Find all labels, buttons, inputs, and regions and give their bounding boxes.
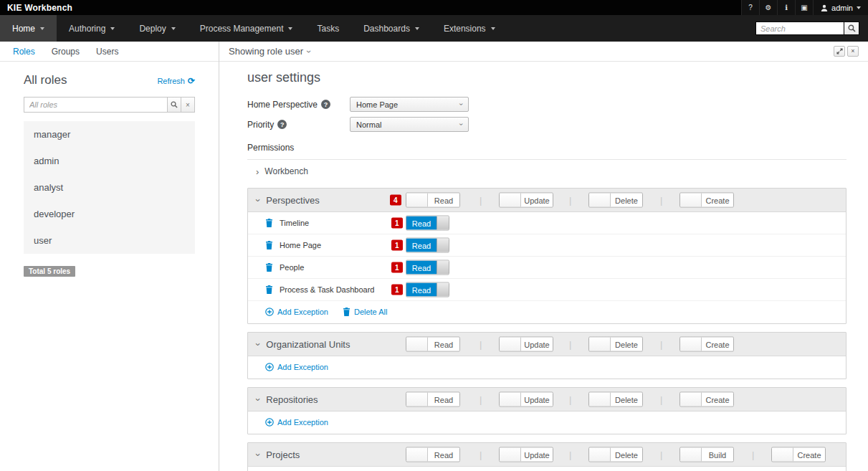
section-actions: Add ExceptionDelete All [248,301,846,323]
role-item-analyst[interactable]: analyst [24,174,195,201]
permission-toggle-read[interactable]: Read [406,282,449,298]
switch-label: Update [521,194,553,207]
select-priority[interactable]: Normal› [350,117,469,132]
switch-handle [500,448,521,462]
permission-toggle-read[interactable]: Read [406,193,460,208]
switch-label: Create [702,338,733,351]
role-filter-input[interactable] [24,97,168,113]
divider: | [660,195,662,206]
chevron-down-icon: › [254,398,263,401]
chevron-down-icon[interactable]: › [304,50,314,53]
link-label: Delete All [354,308,387,316]
section-title: Repositories [266,394,318,405]
nav-item-deploy[interactable]: Deploy [127,15,187,42]
delete-icon[interactable] [265,241,273,249]
close-button[interactable]: × [847,46,859,57]
total-roles-badge: Total 5 roles [24,266,75,277]
screen-title: Showing role user [229,46,303,57]
clear-search-button[interactable]: × [181,97,195,113]
info-icon[interactable]: ℹ [777,0,795,15]
chevron-down-icon: › [254,343,263,346]
plus-circle-icon [265,363,274,371]
permission-toggle-create[interactable]: Create [679,193,734,208]
permission-toggle-update[interactable]: Update [499,447,553,462]
section-header-projects[interactable]: ›ProjectsRead|Update|Delete|Build|Create [248,443,846,466]
permission-toggle-read[interactable]: Read [406,238,449,253]
section-header-organizational-units[interactable]: ›Organizational UnitsRead|Update|Delete|… [248,333,846,356]
role-search: × [24,97,195,113]
nav-item-tasks[interactable]: Tasks [305,15,351,42]
switch-label: Read [428,338,459,351]
chevron-down-icon [171,27,176,30]
screen-icon[interactable]: ▣ [795,0,813,15]
role-item-user[interactable]: user [24,227,195,254]
nav-item-dashboards[interactable]: Dashboards [351,15,431,42]
add-exception-link[interactable]: Add Exception [265,363,328,371]
nav-item-home[interactable]: Home [0,15,57,42]
user-menu[interactable]: admin [813,0,868,15]
section-header-perspectives[interactable]: ›Perspectives4Read|Update|Delete|Create [248,189,846,211]
divider: | [660,394,662,405]
nav-item-extensions[interactable]: Extensions [431,15,507,42]
section-actions: Add Exception [248,467,846,471]
permission-toggle-create[interactable]: Create [679,337,734,352]
delete-icon[interactable] [265,263,273,272]
nav-item-process-management[interactable]: Process Management [188,15,305,42]
count-badge: 1 [391,285,403,295]
screen-icon: ▣ [801,4,807,11]
delete-all-link[interactable]: Delete All [343,308,387,316]
close-icon: × [851,48,854,54]
delete-icon[interactable] [265,285,273,294]
permission-toggle-update[interactable]: Update [499,193,553,208]
sidebar-body: All roles Refresh ⟳ × manageradminanalys… [0,62,219,288]
switch-handle [589,338,611,351]
permission-toggle-delete[interactable]: Delete [588,392,643,407]
field-label: Priority? [247,120,350,130]
permission-toggle-build[interactable]: Build [679,447,734,462]
permission-toggle-read[interactable]: Read [406,392,460,407]
permission-toggle-update[interactable]: Update [499,392,553,407]
role-search-button[interactable] [168,97,181,113]
tab-users[interactable]: Users [96,47,118,57]
permission-toggle-create[interactable]: Create [679,392,734,407]
permission-toggle-read[interactable]: Read [406,260,449,275]
count-badge: 1 [391,240,403,251]
section-body: Add Exception [248,411,846,434]
main-area: Showing role user › × user settings Home… [219,42,868,471]
nav-item-authoring[interactable]: Authoring [57,15,127,42]
section-actions: Add Exception [248,356,846,379]
help-icon[interactable]: ? [321,100,330,109]
switch-handle [500,338,521,351]
permission-toggle-read[interactable]: Read [406,216,449,231]
delete-icon[interactable] [265,219,273,227]
help-icon[interactable]: ? [277,120,287,129]
section-header-repositories[interactable]: ›RepositoriesRead|Update|Delete|Create [248,388,846,411]
field-label-text: Priority [247,120,274,130]
expand-button[interactable] [834,46,845,57]
tab-roles[interactable]: Roles [13,47,35,57]
tab-groups[interactable]: Groups [52,47,80,57]
role-item-admin[interactable]: admin [24,148,195,174]
select-home-perspective[interactable]: Home Page› [350,97,469,112]
exception-row-timeline: Timeline1Read [248,212,846,234]
section-workbench[interactable]: › Workbench [247,160,846,183]
permissions-tree: › Workbench ›Perspectives4Read|Update|De… [247,159,846,471]
permission-toggle-update[interactable]: Update [499,337,553,352]
permission-toggle-delete[interactable]: Delete [588,337,643,352]
search-input[interactable] [755,22,844,35]
add-exception-link[interactable]: Add Exception [265,418,328,427]
permission-toggle-create[interactable]: Create [771,447,826,462]
section-body: Add Exception [248,356,846,379]
add-exception-link[interactable]: Add Exception [265,308,328,316]
close-icon: × [186,101,190,109]
role-item-developer[interactable]: developer [24,201,195,227]
permission-toggle-read[interactable]: Read [406,447,460,462]
permission-toggle-delete[interactable]: Delete [588,447,643,462]
search-button[interactable] [844,22,859,35]
refresh-link[interactable]: Refresh ⟳ [157,76,195,86]
help-icon[interactable]: ? [741,0,759,15]
permission-toggle-delete[interactable]: Delete [588,193,643,208]
gear-icon[interactable]: ⚙ [759,0,777,15]
role-item-manager[interactable]: manager [24,121,195,148]
permission-toggle-read[interactable]: Read [406,337,460,352]
